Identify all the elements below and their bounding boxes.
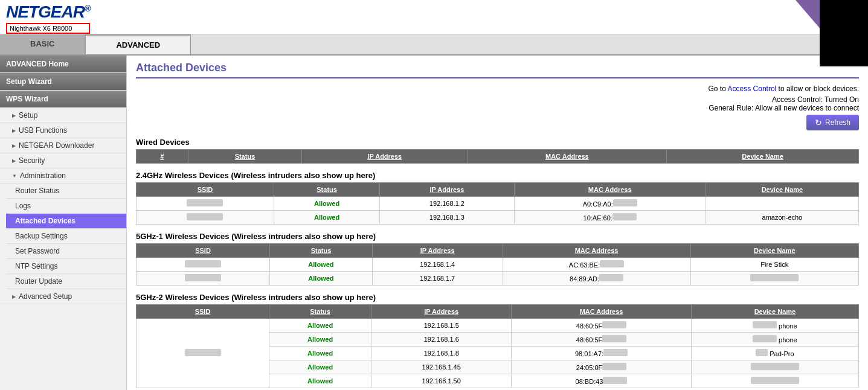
24ghz-col-ip[interactable]: IP Address	[380, 183, 514, 197]
wired-col-num[interactable]: #	[137, 150, 188, 164]
cell-ip: 192.168.1.6	[371, 333, 512, 347]
sidebar-item-ntp-settings[interactable]: NTP Settings	[6, 259, 126, 274]
table-row: Allowed 192.168.1.2 A0:C9:A0:	[137, 197, 859, 211]
5ghz1-col-status[interactable]: Status	[270, 244, 373, 258]
cell-mac: 98:01:A7:	[512, 347, 691, 360]
table-row: Allowed 192.168.1.7 84:89:AD:	[137, 272, 859, 286]
access-control-bar: Go to Access Control to allow or block d…	[136, 85, 859, 130]
wired-col-name[interactable]: Device Name	[667, 150, 859, 164]
cell-status: Allowed	[269, 374, 371, 388]
cell-status: Allowed	[270, 272, 373, 286]
tab-basic[interactable]: BASIC	[0, 34, 85, 54]
wired-devices-title: Wired Devices	[136, 138, 859, 147]
wired-col-status[interactable]: Status	[188, 150, 301, 164]
logo-area: NETGEAR® Nighthawk X6 R8000	[6, 2, 90, 34]
sidebar-item-backup-settings[interactable]: Backup Settings	[6, 229, 126, 244]
wired-col-mac[interactable]: MAC Address	[468, 150, 667, 164]
wired-devices-table: # Status IP Address MAC Address Device N…	[136, 149, 859, 164]
cell-status: Allowed	[269, 333, 371, 347]
5ghz1-col-mac[interactable]: MAC Address	[503, 244, 690, 258]
tabs: BASIC ADVANCED	[0, 34, 868, 56]
access-control-link[interactable]: Access Control	[728, 85, 777, 93]
cell-status: Allowed	[270, 258, 373, 272]
cell-mac: 48:60:5F	[512, 319, 691, 333]
5ghz2-col-ip[interactable]: IP Address	[371, 305, 512, 319]
24ghz-col-name[interactable]: Device Name	[706, 183, 858, 197]
cell-ip: 192.168.1.50	[371, 374, 512, 388]
sidebar-item-attached-devices[interactable]: Attached Devices	[6, 214, 126, 229]
sidebar-admin-submenu: Router Status Logs Attached Devices Back…	[0, 184, 126, 289]
24ghz-col-status[interactable]: Status	[274, 183, 379, 197]
24ghz-table: SSID Status IP Address MAC Address Devic…	[136, 182, 859, 225]
5ghz1-col-ssid[interactable]: SSID	[137, 244, 270, 258]
cell-mac: A0:C9:A0:	[514, 197, 706, 211]
5ghz1-title: 5GHz-1 Wireless Devices (Wireless intrud…	[136, 232, 859, 241]
cell-status: Allowed	[269, 347, 371, 360]
cell-ssid	[137, 319, 269, 388]
content-area: Attached Devices Go to Access Control to…	[127, 56, 868, 390]
5ghz1-col-name[interactable]: Device Name	[690, 244, 858, 258]
access-control-suffix: to allow or block devices.	[776, 85, 859, 93]
wired-col-ip[interactable]: IP Address	[302, 150, 468, 164]
table-row: Allowed 192.168.1.4 AC:63:BE: Fire Stick	[137, 258, 859, 272]
cell-name	[691, 360, 858, 374]
sidebar-item-logs[interactable]: Logs	[6, 199, 126, 214]
table-row: Allowed 192.168.1.3 10:AE:60: amazon-ech…	[137, 211, 859, 225]
5ghz2-table: SSID Status IP Address MAC Address Devic…	[136, 304, 859, 388]
cell-ssid	[137, 197, 274, 211]
cell-name	[691, 374, 858, 388]
model-name: Nighthawk X6 R8000	[6, 23, 90, 34]
cell-status: Allowed	[274, 211, 379, 225]
sidebar: ADVANCED Home Setup Wizard WPS Wizard Se…	[0, 56, 127, 390]
sidebar-btn-wps-wizard[interactable]: WPS Wizard	[0, 91, 126, 107]
24ghz-title: 2.4GHz Wireless Devices (Wireless intrud…	[136, 171, 859, 180]
cell-ip: 192.168.1.4	[372, 258, 503, 272]
cell-name	[690, 272, 858, 286]
sidebar-item-router-status[interactable]: Router Status	[6, 184, 126, 199]
sidebar-item-security[interactable]: Security	[0, 153, 126, 168]
tab-advanced[interactable]: ADVANCED	[85, 34, 191, 54]
cell-ip: 192.168.1.45	[371, 360, 512, 374]
table-row: Allowed 192.168.1.5 48:60:5F phone	[137, 319, 859, 333]
cell-mac: 84:89:AD:	[503, 272, 690, 286]
5ghz2-col-status[interactable]: Status	[269, 305, 371, 319]
sidebar-btn-setup-wizard[interactable]: Setup Wizard	[0, 73, 126, 90]
cell-status: Allowed	[274, 197, 379, 211]
24ghz-col-mac[interactable]: MAC Address	[514, 183, 706, 197]
5ghz1-col-ip[interactable]: IP Address	[372, 244, 503, 258]
access-control-prefix: Go to	[709, 85, 728, 93]
5ghz2-col-mac[interactable]: MAC Address	[512, 305, 691, 319]
sidebar-item-usb-functions[interactable]: USB Functions	[0, 123, 126, 138]
netgear-logo: NETGEAR®	[6, 2, 90, 22]
cell-ip: 192.168.1.8	[371, 347, 512, 360]
status-line2: General Rule: Allow all new devices to c…	[709, 104, 859, 112]
cell-ip: 192.168.1.3	[380, 211, 514, 225]
cell-ip: 192.168.1.7	[372, 272, 503, 286]
cell-name: phone	[691, 319, 858, 333]
sidebar-item-set-password[interactable]: Set Password	[6, 244, 126, 259]
cell-name: Pad-Pro	[691, 347, 858, 360]
status-line1: Access Control: Turned On	[709, 95, 859, 104]
cell-status: Allowed	[269, 319, 371, 333]
sidebar-item-netgear-downloader[interactable]: NETGEAR Downloader	[0, 138, 126, 153]
page-title: Attached Devices	[136, 62, 859, 78]
cell-name	[706, 197, 858, 211]
main-layout: ADVANCED Home Setup Wizard WPS Wizard Se…	[0, 56, 868, 390]
refresh-button[interactable]: Refresh	[806, 115, 859, 130]
cell-name: Fire Stick	[690, 258, 858, 272]
sidebar-item-router-update[interactable]: Router Update	[6, 274, 126, 289]
cell-name: phone	[691, 333, 858, 347]
sidebar-item-setup[interactable]: Setup	[0, 108, 126, 123]
sidebar-item-administration[interactable]: Administration	[0, 168, 126, 184]
5ghz2-col-name[interactable]: Device Name	[691, 305, 858, 319]
cell-mac: AC:63:BE:	[503, 258, 690, 272]
access-control-status: Access Control: Turned On General Rule: …	[709, 95, 859, 112]
sidebar-btn-advanced-home[interactable]: ADVANCED Home	[0, 56, 126, 72]
24ghz-col-ssid[interactable]: SSID	[137, 183, 274, 197]
cell-mac: 48:60:5F	[512, 333, 691, 347]
sidebar-item-advanced-setup[interactable]: Advanced Setup	[0, 289, 126, 304]
black-box	[820, 0, 868, 66]
header: NETGEAR® Nighthawk X6 R8000	[0, 0, 868, 34]
5ghz2-col-ssid[interactable]: SSID	[137, 305, 269, 319]
cell-ip: 192.168.1.2	[380, 197, 514, 211]
